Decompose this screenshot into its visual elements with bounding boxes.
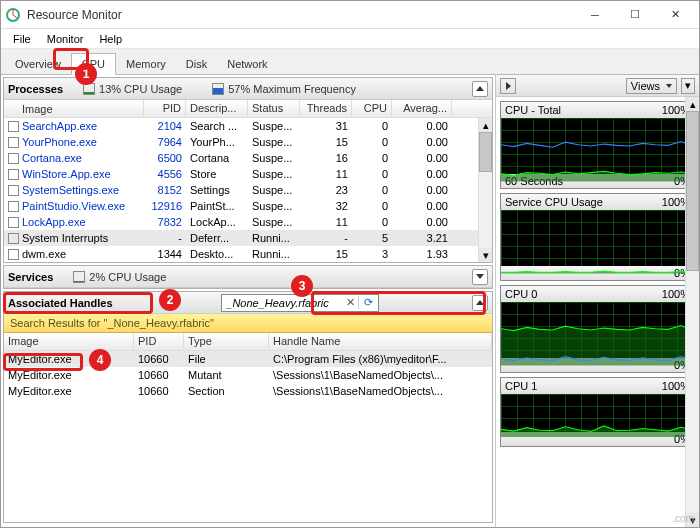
row-checkbox[interactable]	[8, 121, 19, 132]
process-pid: 7964	[144, 136, 186, 148]
callout-3	[311, 291, 486, 315]
menubar: File Monitor Help	[1, 29, 699, 49]
handle-type: File	[184, 353, 269, 365]
hcol-image[interactable]: Image	[4, 333, 134, 350]
process-avg: 0.00	[392, 200, 452, 212]
hcol-pid[interactable]: PID	[134, 333, 184, 350]
row-checkbox[interactable]	[8, 249, 19, 260]
process-name: SystemSettings.exe	[22, 184, 119, 196]
scroll-thumb[interactable]	[479, 132, 492, 172]
charts-expand-icon[interactable]	[500, 78, 516, 94]
views-dropdown[interactable]: Views	[626, 78, 677, 94]
process-threads: 31	[300, 120, 352, 132]
process-name: dwm.exe	[22, 248, 66, 260]
table-row[interactable]: SearchApp.exe2104Search ...Suspe...3100.…	[4, 118, 492, 134]
process-name: WinStore.App.exe	[22, 168, 111, 180]
row-checkbox[interactable]	[8, 217, 19, 228]
services-collapse-icon[interactable]	[472, 269, 488, 285]
callout-num-2: 2	[159, 289, 181, 311]
minimize-button[interactable]: ─	[575, 1, 615, 29]
tab-memory[interactable]: Memory	[116, 54, 176, 74]
row-checkbox[interactable]	[8, 185, 19, 196]
chart-body	[501, 302, 694, 358]
app-icon	[5, 7, 21, 23]
process-avg: 0.00	[392, 184, 452, 196]
table-row[interactable]: YourPhone.exe7964YourPh...Suspe...1500.0…	[4, 134, 492, 150]
maximize-button[interactable]: ☐	[615, 1, 655, 29]
process-status: Runni...	[248, 248, 300, 260]
processes-scrollbar[interactable]: ▴ ▾	[478, 118, 492, 262]
row-checkbox[interactable]	[8, 153, 19, 164]
process-threads: 15	[300, 248, 352, 260]
process-status: Suspe...	[248, 200, 300, 212]
process-threads: 11	[300, 168, 352, 180]
col-avg[interactable]: Averag...	[392, 100, 452, 117]
process-avg: 0.00	[392, 120, 452, 132]
callout-num-3: 3	[291, 275, 313, 297]
process-pid: 4556	[144, 168, 186, 180]
row-checkbox[interactable]	[8, 201, 19, 212]
process-status: Runni...	[248, 232, 300, 244]
process-pid: 2104	[144, 120, 186, 132]
table-row[interactable]: dwm.exe1344Deskto...Runni...1531.93	[4, 246, 492, 262]
table-row[interactable]: PaintStudio.View.exe12916PaintSt...Suspe…	[4, 198, 492, 214]
cpu-usage-stat: 13% CPU Usage	[83, 83, 182, 95]
tab-network[interactable]: Network	[217, 54, 277, 74]
chart: CPU 0100%0%	[500, 285, 695, 373]
tab-bar: Overview CPU Memory Disk Network	[1, 49, 699, 75]
svg-marker-3	[501, 326, 694, 366]
chart-body	[501, 210, 694, 266]
scroll-up-icon[interactable]: ▴	[479, 118, 492, 132]
col-image[interactable]: Image	[4, 100, 144, 117]
col-status[interactable]: Status	[248, 100, 300, 117]
col-desc[interactable]: Descrip...	[186, 100, 248, 117]
callout-4	[3, 353, 83, 371]
table-row[interactable]: System Interrupts-Deferr...Runni...-53.2…	[4, 230, 492, 246]
tab-disk[interactable]: Disk	[176, 54, 217, 74]
process-cpu: 0	[352, 216, 392, 228]
table-row[interactable]: LockApp.exe7832LockAp...Suspe...1100.00	[4, 214, 492, 230]
menu-file[interactable]: File	[5, 31, 39, 47]
process-pid: -	[144, 232, 186, 244]
row-checkbox[interactable]	[8, 137, 19, 148]
chart-scroll-up-icon[interactable]: ▴	[686, 97, 699, 111]
process-name: YourPhone.exe	[22, 136, 97, 148]
process-threads: 32	[300, 200, 352, 212]
handle-type: Mutant	[184, 369, 269, 381]
process-cpu: 5	[352, 232, 392, 244]
services-header[interactable]: Services 2% CPU Usage	[4, 266, 492, 288]
process-desc: Settings	[186, 184, 248, 196]
max-freq-icon	[212, 83, 224, 95]
handle-name: \Sessions\1\BaseNamedObjects\...	[269, 385, 492, 397]
hcol-type[interactable]: Type	[184, 333, 269, 350]
charts-scrollbar[interactable]: ▴ ▾	[685, 97, 699, 527]
close-button[interactable]: ✕	[655, 1, 695, 29]
row-checkbox[interactable]	[8, 169, 19, 180]
handle-type: Section	[184, 385, 269, 397]
process-pid: 8152	[144, 184, 186, 196]
process-name: LockApp.exe	[22, 216, 86, 228]
handles-body: MyEditor.exe10660FileC:\Program Files (x…	[4, 351, 492, 522]
col-cpu[interactable]: CPU	[352, 100, 392, 117]
table-row[interactable]: SystemSettings.exe8152SettingsSuspe...23…	[4, 182, 492, 198]
table-row[interactable]: WinStore.App.exe4556StoreSuspe...1100.00	[4, 166, 492, 182]
col-threads[interactable]: Threads	[300, 100, 352, 117]
menu-monitor[interactable]: Monitor	[39, 31, 92, 47]
titlebar: Resource Monitor ─ ☐ ✕	[1, 1, 699, 29]
row-checkbox[interactable]	[8, 233, 19, 244]
processes-collapse-icon[interactable]	[472, 81, 488, 97]
chart: CPU 1100%0%	[500, 377, 695, 447]
process-pid: 6500	[144, 152, 186, 164]
watermark: .com	[672, 513, 694, 524]
table-row[interactable]: MyEditor.exe10660Section\Sessions\1\Base…	[4, 383, 492, 399]
charts-header: Views ▾	[496, 75, 699, 97]
col-pid[interactable]: PID	[144, 100, 186, 117]
menu-help[interactable]: Help	[91, 31, 130, 47]
table-row[interactable]: Cortana.exe6500CortanaSuspe...1600.00	[4, 150, 492, 166]
services-title: Services	[8, 271, 53, 283]
process-status: Suspe...	[248, 216, 300, 228]
chart-scroll-thumb[interactable]	[686, 111, 699, 271]
hcol-name[interactable]: Handle Name	[269, 333, 492, 350]
views-dropdown-arrow-icon[interactable]: ▾	[681, 78, 695, 94]
scroll-down-icon[interactable]: ▾	[479, 248, 492, 262]
